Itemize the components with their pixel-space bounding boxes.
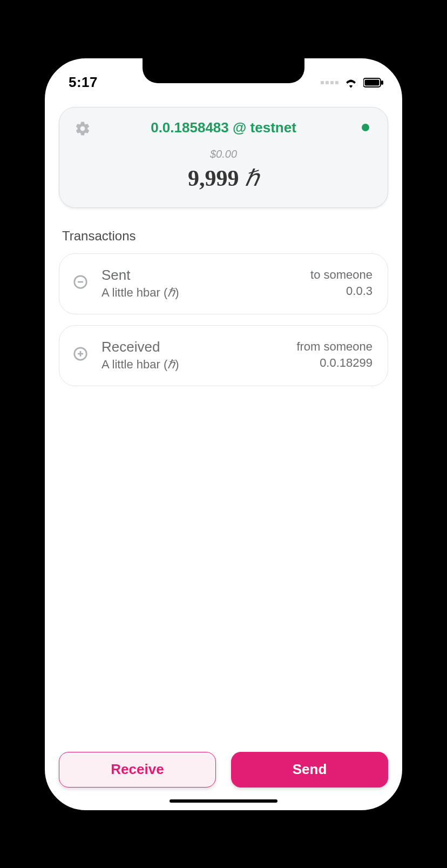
transaction-row[interactable]: Received A little hbar (ℏ) from someone … [59, 325, 388, 386]
account-label: 0.0.1858483 @ testnet [151, 119, 296, 136]
hbar-symbol-icon: ℏ [167, 358, 175, 371]
balance-card[interactable]: 0.0.1858483 @ testnet $0.00 9,999 ℏ [59, 107, 388, 208]
status-indicators [321, 77, 384, 88]
tx-counterparty-label: to someone [310, 268, 372, 282]
svg-rect-2 [381, 80, 383, 85]
footer-actions: Receive Send [45, 752, 402, 788]
transaction-row[interactable]: Sent A little hbar (ℏ) to someone 0.0.3 [59, 253, 388, 314]
receive-button[interactable]: Receive [59, 752, 216, 788]
svg-rect-1 [365, 79, 380, 85]
transactions-heading: Transactions [62, 228, 385, 244]
tx-direction: Sent [101, 267, 297, 284]
tx-counterparty-address: 0.0.3 [310, 284, 372, 298]
device-notch [143, 57, 304, 83]
hbar-symbol-icon: ℏ [245, 166, 259, 191]
status-dot-icon [362, 124, 369, 131]
battery-icon [363, 78, 384, 88]
gear-icon[interactable] [74, 120, 91, 139]
tx-amount: A little hbar (ℏ) [101, 358, 283, 372]
cellular-dots-icon [321, 81, 338, 84]
minus-circle-icon [72, 274, 89, 292]
phone-frame: 5:17 0.0.1858483 @ testnet [37, 51, 410, 818]
status-time: 5:17 [69, 74, 98, 91]
balance-usd: $0.00 [72, 148, 375, 160]
tx-direction: Received [101, 339, 283, 355]
hbar-symbol-icon: ℏ [167, 286, 175, 299]
wifi-icon [344, 77, 358, 88]
balance-hbar: 9,999 ℏ [72, 165, 375, 191]
plus-circle-icon [72, 346, 89, 364]
home-indicator[interactable] [170, 799, 277, 803]
send-button[interactable]: Send [231, 752, 388, 788]
tx-amount: A little hbar (ℏ) [101, 286, 297, 300]
tx-counterparty-address: 0.0.18299 [296, 356, 372, 370]
balance-hbar-amount: 9,999 [188, 166, 239, 191]
tx-counterparty-label: from someone [296, 340, 372, 354]
main-content: 0.0.1858483 @ testnet $0.00 9,999 ℏ Tran… [45, 97, 402, 751]
